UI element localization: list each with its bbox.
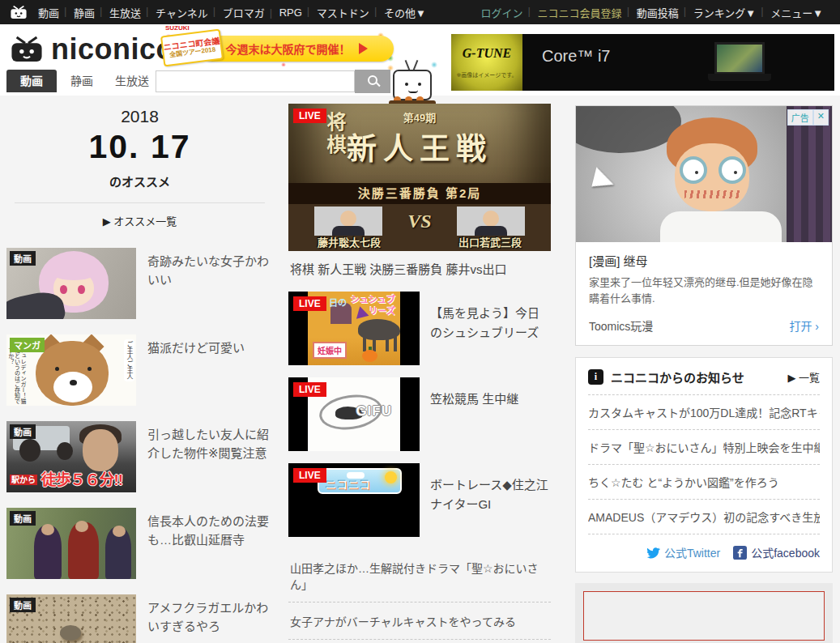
facebook-label: 公式facebook [751,544,820,560]
live-caption[interactable]: 笠松競馬 生中継 [430,377,550,451]
niconico-logo[interactable]: niconico [10,32,174,66]
manga-title[interactable]: 猫派だけど可愛い [147,334,271,406]
topbar-nav-right: ログイン ニコニコ会員登録 動画投稿 ランキング▼ メニュー▼ [474,0,830,24]
frog-shape [60,625,81,641]
featured-live-caption[interactable]: 将棋 新人王戦 決勝三番勝負 藤井vs出口 [290,260,551,277]
news-social-links: 公式Twitter 公式facebook [588,534,820,565]
ad-open-button[interactable]: 打开 › [789,317,819,334]
live-thumbnail[interactable]: LIVE 日の シュシュブリーズ 妊娠中 [288,292,420,365]
menu-dropdown[interactable]: メニュー▼ [763,5,830,20]
gtune-ad-banner[interactable]: G-TUNE ※画像はイメージです。 Core™ i7 [451,34,834,91]
live-item-3[interactable]: LIVE ニコニコ ボートレース◆住之江ナイターGI [288,463,551,537]
horse-leg-shape [394,337,397,351]
ad-close-icon[interactable]: ✕ [813,109,829,126]
display-ad-card[interactable]: 广告 ✕ [漫画] 继母 家里来了一位年轻又漂亮的继母.但是她好像在隐瞒着什么事… [575,105,833,346]
recommend-list-link[interactable]: ▶ オススメ一覧 [0,213,279,228]
video-thumbnail[interactable]: 動画 [6,594,136,643]
live-item-2[interactable]: LIVE GIFU 笠松競馬 生中継 [288,377,551,451]
official-twitter-link[interactable]: 公式Twitter [646,544,720,560]
ad-description: 家里来了一位年轻又漂亮的继母.但是她好像在隐瞒着什么事情. [589,275,819,306]
ranking-dropdown[interactable]: ランキング▼ [686,5,763,20]
video-thumbnail[interactable]: 動画 [6,508,136,579]
nav-rpg[interactable]: RPG [272,6,309,19]
mascot-mouth [408,90,418,93]
recommend-item-5[interactable]: 動画 アメフクラガエルかわいすぎるやろ [6,594,279,643]
ad-title[interactable]: [漫画] 继母 [589,252,819,269]
overlay-text-big: 徒歩５６分!! [41,471,122,488]
empty-ad-slot[interactable] [583,591,825,641]
search-icon [368,75,377,85]
gifu-logo-text: GIFU [356,403,392,419]
recommend-item-3[interactable]: 動画 駅から 徒歩５６分!! 引っ越したい友人に紹介した物件※閲覧注意 [6,421,279,492]
live-thumbnail[interactable]: LIVE GIFU [288,377,420,451]
signup-link[interactable]: ニコニコ会員登録 [531,5,629,20]
shogi-players-area: VS 藤井聡太七段 出口若武三段 [288,204,551,251]
ad-body: [漫画] 继母 家里来了一位年轻又漂亮的继母.但是她好像在隐瞒着什么事情. To… [576,242,832,345]
search-tabs: 動画 静画 生放送 [6,70,157,92]
search-button[interactable] [355,70,390,93]
nav-channel[interactable]: チャンネル [148,5,215,20]
tab-seiga[interactable]: 静画 [57,70,107,92]
live-item-1[interactable]: LIVE 日の シュシュブリーズ 妊娠中 【馬を見よう】今日のシュシュブリーズ [288,292,551,365]
live-caption[interactable]: ボートレース◆住之江ナイターGI [430,463,550,537]
tab-video[interactable]: 動画 [6,70,57,92]
nav-mastodon[interactable]: マストドン [309,5,377,20]
nav-seiga[interactable]: 静画 [66,5,102,20]
news-list-link[interactable]: ▶ 一覧 [787,369,820,385]
video-thumbnail[interactable]: 動画 駅から 徒歩５６分!! [6,421,136,492]
news-item-3[interactable]: ちく☆たむ と“ようかい図鑑”を作ろう [588,464,820,499]
person-silhouette [19,439,41,462]
boy-eye-shape [680,156,707,184]
nav-blomaga[interactable]: ブロマガ [215,5,272,20]
shogi-header-area: 将棋 第49期 新人王戦 [288,104,551,183]
thumb-title-text: シュシュブリーズ [347,295,395,317]
recommend-item-2[interactable]: マンガ シュレディンガー！猫箱というのはご存知ですか？ ご主人ご主人 猫派だけど… [6,334,279,406]
nav-live[interactable]: 生放送 [102,5,148,20]
video-title[interactable]: 引っ越したい友人に紹介した物件※閲覧注意 [147,421,271,492]
video-title[interactable]: アメフクラガエルかわいすぎるやろ [147,594,271,643]
live-caption[interactable]: 【馬を見よう】今日のシュシュブリーズ [430,292,550,365]
portrait-head-shape [483,211,499,227]
login-link[interactable]: ログイン [474,5,531,20]
ad-image[interactable]: 广告 ✕ [576,106,832,242]
site-header: niconico SUZUKI 今週末は大阪府で開催！ ニコニコ町会議 全国ツア… [0,24,840,96]
global-topbar: 動画 静画 生放送 チャンネル ブロマガ RPG マストドン その他▼ ログイン… [0,0,840,24]
nav-other-dropdown[interactable]: その他▼ [377,5,433,20]
tab-live[interactable]: 生放送 [107,70,157,92]
live-text-link-1[interactable]: 山田孝之ほか…生解説付きドラマ「聖☆おにいさん」 [288,549,551,603]
divider [15,202,265,203]
video-title[interactable]: 奇跡みたいな女子かわいい [147,248,271,319]
person-face-shape [83,429,118,471]
recommend-item-1[interactable]: 動画 奇跡みたいな女子かわいい [6,248,279,319]
facebook-icon [733,546,747,560]
manga-vertical-text: シュレディンガー！猫箱というのはご存知ですか？ [7,347,26,404]
shogi-subtitle-band: 決勝三番勝負 第2局 [288,183,551,204]
portrait-head-shape [340,211,356,227]
official-facebook-link[interactable]: 公式facebook [733,544,820,560]
niconico-tv-icon[interactable] [10,6,28,19]
girl-bangs-shape [50,264,97,280]
featured-live-thumbnail[interactable]: LIVE 将棋 第49期 新人王戦 決勝三番勝負 第2局 [288,104,551,251]
search-input[interactable] [156,70,355,92]
monk-silhouette [105,527,131,579]
news-item-2[interactable]: ドラマ「聖☆おにいさん」特別上映会を生中継 [588,429,820,464]
featured-live-item[interactable]: LIVE 将棋 第49期 新人王戦 決勝三番勝負 第2局 [288,104,551,277]
live-column: LIVE 将棋 第49期 新人王戦 決勝三番勝負 第2局 [288,96,551,643]
monk-silhouette [68,522,99,579]
video-thumbnail[interactable]: 動画 [6,248,136,319]
news-item-4[interactable]: AMADEUS（アマデウス）初の記念すべき生放… [588,499,820,534]
recommend-item-4[interactable]: 動画 信長本人のための法要も…比叡山延暦寺 [6,508,279,579]
upload-link[interactable]: 動画投稿 [629,5,686,20]
live-text-link-2[interactable]: 女子アナがバーチャルキャストをやってみる [288,603,551,640]
nav-video[interactable]: 動画 [31,5,66,20]
news-item-1[interactable]: カスタムキャストが100万DL達成！記念RTキャ… [588,394,820,429]
ad-label[interactable]: 广告 [787,109,813,126]
manga-thumbnail[interactable]: マンガ シュレディンガー！猫箱というのはご存知ですか？ ご主人ご主人 [6,334,136,406]
mascot-antenna [405,60,411,70]
live-text-link-3[interactable]: アホの子…「バーナード嬢曰く。」一挙 [288,640,551,643]
video-title[interactable]: 信長本人のための法要も…比叡山延暦寺 [147,508,271,579]
recommend-column: 2018 10. 17 のオススメ ▶ オススメ一覧 動画 奇跡みたいな女子かわ… [0,96,279,643]
event-banner[interactable]: SUZUKI 今週末は大阪府で開催！ ニコニコ町会議 全国ツアー2018 [162,31,395,66]
right-sidebar: 广告 ✕ [漫画] 继母 家里来了一位年轻又漂亮的继母.但是她好像在隐瞒着什么事… [575,96,833,643]
live-thumbnail[interactable]: LIVE ニコニコ [288,463,420,537]
